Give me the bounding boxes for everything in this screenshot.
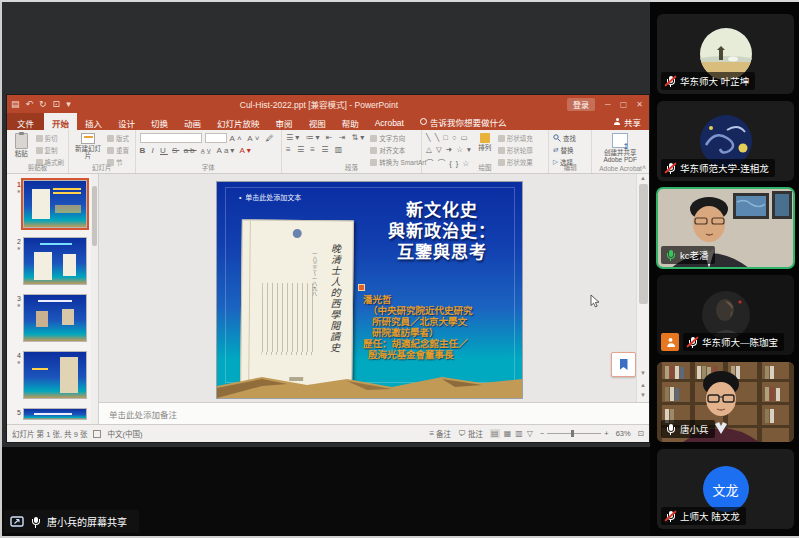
thumbnail-row-1: 1★	[9, 180, 98, 228]
shape-fill-button[interactable]: 形状填充	[498, 133, 533, 143]
participant-tile[interactable]: 唐小兵	[657, 362, 794, 442]
save-icon[interactable]: ▤	[11, 99, 20, 109]
replace-button[interactable]: ⇄替换	[553, 145, 576, 155]
zoom-knob[interactable]	[571, 430, 574, 437]
tab-transitions[interactable]: 切换	[143, 113, 176, 130]
grow-shrink-font-buttons[interactable]: A˄ A˅ 🖉	[230, 134, 276, 143]
canvas-scrollbar[interactable]: ▲ ▼ ▲▼	[636, 174, 649, 402]
bookmark-popup-button[interactable]	[611, 352, 636, 377]
zoom-track[interactable]	[547, 433, 601, 434]
copy-button[interactable]: 复制	[36, 145, 65, 155]
slide-title[interactable]: 新文化史 與新政治史： 互鑒與思考	[367, 200, 517, 263]
share-label: 共享	[624, 116, 641, 128]
animation-star-icon: ★	[9, 359, 21, 365]
reading-view-icon[interactable]: ▥	[515, 429, 523, 438]
undo-icon[interactable]: ↶	[26, 99, 34, 109]
redo-icon[interactable]: ↻	[39, 99, 47, 109]
slide-1[interactable]: • 单击此处添加文本 晚清士人的西學閱讀史 一八三三～一八九八 新文化史 與新政…	[217, 182, 522, 398]
create-pdf-button[interactable]: 创建并共享 Adobe PDF	[596, 133, 644, 163]
font-name-box[interactable]	[140, 133, 202, 143]
book-spine	[248, 221, 251, 387]
tab-help[interactable]: 帮助	[334, 113, 367, 130]
zoom-percentage[interactable]: 63%	[616, 429, 631, 438]
participant-nameplate: 唐小兵	[661, 420, 715, 438]
restore-button[interactable]: ▢	[620, 100, 628, 109]
slide-thumbnail[interactable]	[23, 294, 87, 342]
slide-thumbnail[interactable]	[23, 180, 87, 228]
notes-pane[interactable]: 单击此处添加备注	[99, 402, 649, 424]
find-icon	[553, 134, 561, 142]
tab-review[interactable]: 审阅	[268, 113, 301, 130]
reset-button[interactable]: 重置	[107, 145, 129, 155]
scroll-down-icon[interactable]: ▼	[637, 370, 649, 376]
notes-toggle-button[interactable]: ≡备注	[429, 428, 451, 439]
language-indicator[interactable]: 中文(中国)	[107, 428, 142, 439]
tab-view[interactable]: 视图	[301, 113, 334, 130]
tab-file[interactable]: 文件	[7, 113, 44, 130]
font-color-button[interactable]: A▾	[239, 146, 252, 155]
align-buttons[interactable]: ≡ ☰ ≡ ☰ ▥	[286, 145, 344, 154]
slideshow-icon[interactable]: ⊡	[53, 99, 61, 109]
shapes-gallery[interactable]: ╲ ╲ □ ○ ▭ △ ▽ ➜ ☆ ▾ ⌒ ⌒ { } ☆	[426, 133, 472, 163]
body-line: 所研究員／北京大學文	[363, 316, 521, 327]
minimize-button[interactable]: ─	[605, 100, 611, 109]
tab-home[interactable]: 开始	[44, 113, 77, 130]
tell-me-box[interactable]: 告诉我你想要做什么	[412, 113, 515, 130]
find-button[interactable]: 查找	[553, 133, 576, 143]
group-label-paragraph: 段落	[282, 162, 421, 172]
slide-canvas: • 单击此处添加文本 晚清士人的西學閱讀史 一八三三～一八九八 新文化史 與新政…	[99, 174, 649, 424]
zoom-slider[interactable]: − +	[540, 429, 609, 438]
slide-thumbnail[interactable]	[23, 237, 87, 285]
thumbnail-scrollbar[interactable]	[91, 174, 98, 424]
scroll-up-icon[interactable]: ▲	[637, 175, 649, 181]
arrange-button[interactable]: 排列	[476, 133, 494, 163]
slide-counter: 幻灯片 第 1 张, 共 9 张	[12, 428, 87, 439]
text-placeholder[interactable]: • 单击此处添加文本	[239, 192, 301, 202]
copy-icon	[36, 147, 43, 154]
spellcheck-icon[interactable]	[93, 430, 101, 438]
zoom-in-icon[interactable]: +	[604, 429, 608, 438]
zoom-out-icon[interactable]: −	[540, 429, 544, 438]
font-size-box[interactable]	[205, 133, 227, 143]
cut-button[interactable]: 剪切	[36, 133, 65, 143]
comments-toggle-button[interactable]: 🗩批注	[458, 428, 483, 439]
sign-in-button[interactable]: 登录	[567, 98, 595, 111]
group-clipboard: 粘贴 剪切 复制 格式刷 剪贴板	[7, 130, 69, 173]
font-style-buttons[interactable]: B I U S ab A̲V̲ Aa▾	[140, 146, 237, 155]
participant-tile[interactable]: 华东师大—陈珈宝	[657, 275, 794, 355]
participant-tile-speaking[interactable]: kc老潘	[657, 188, 794, 268]
close-button[interactable]: ✕	[636, 100, 643, 109]
scrollbar-thumb[interactable]	[639, 184, 648, 304]
collapse-ribbon-icon[interactable]: ˄	[642, 164, 646, 171]
participant-tile[interactable]: 华东师大 叶芷坤	[657, 14, 794, 94]
tab-acrobat[interactable]: Acrobat	[367, 113, 412, 130]
list-buttons[interactable]: ☰▾ ≔▾ ⇤ ⇥ ⇅▾	[286, 133, 366, 142]
slide-sorter-view-icon[interactable]: ▦	[504, 429, 512, 438]
layout-button[interactable]: 版式	[107, 133, 129, 143]
participant-tile[interactable]: 文龙 上师大 陆文龙	[657, 449, 794, 529]
thumbnail-row-4: 4★	[9, 351, 98, 399]
new-slide-button[interactable]: 新建幻灯片	[73, 133, 103, 163]
participant-tile[interactable]: 华东师范大学-连相龙	[657, 101, 794, 181]
text-direction-button[interactable]: 文字方向	[370, 133, 426, 143]
animation-star-icon: ★	[9, 188, 21, 194]
slide-thumbnail[interactable]	[23, 351, 87, 399]
align-text-button[interactable]: 对齐文本	[370, 145, 426, 155]
tab-animations[interactable]: 动画	[176, 113, 209, 130]
shape-outline-button[interactable]: 形状轮廓	[498, 145, 533, 155]
slide-body-text[interactable]: 潘光哲 （中央研究院近代史研究 所研究員／北京大學文 研院邀訪學者） 歷任：胡適…	[363, 294, 521, 360]
window-controls: ─ ▢ ✕	[605, 100, 643, 109]
share-button[interactable]: 共享	[606, 113, 649, 130]
normal-view-icon[interactable]: ▤	[490, 429, 500, 438]
slide-thumbnail[interactable]	[23, 408, 87, 420]
paste-label: 粘贴	[15, 150, 28, 157]
slideshow-view-icon[interactable]: ▽	[527, 429, 533, 438]
ribbon-home: 粘贴 剪切 复制 格式刷 剪贴板 新建幻灯片 版式	[7, 130, 649, 174]
cut-label: 剪切	[45, 133, 58, 143]
fit-to-window-icon[interactable]: ⊡	[638, 429, 644, 438]
tab-insert[interactable]: 插入	[77, 113, 110, 130]
tab-slideshow[interactable]: 幻灯片放映	[209, 113, 268, 130]
tab-design[interactable]: 设计	[110, 113, 143, 130]
paste-button[interactable]: 粘贴	[11, 133, 32, 163]
prev-next-slide-buttons[interactable]: ▲▼	[637, 380, 649, 400]
